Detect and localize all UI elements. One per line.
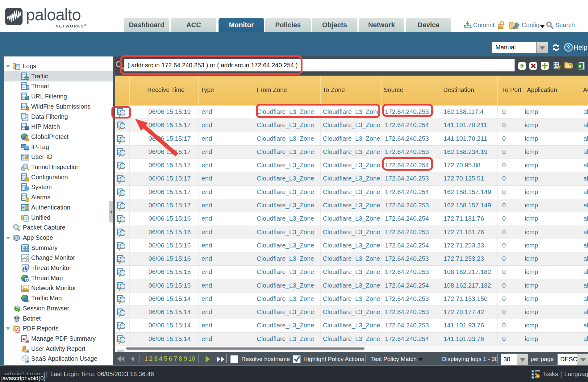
- svg-text:x: x: [25, 278, 27, 282]
- svg-text:x: x: [27, 86, 29, 90]
- svg-text:?: ?: [567, 44, 570, 51]
- svg-text:X: X: [578, 64, 581, 69]
- svg-text:A: A: [16, 328, 19, 332]
